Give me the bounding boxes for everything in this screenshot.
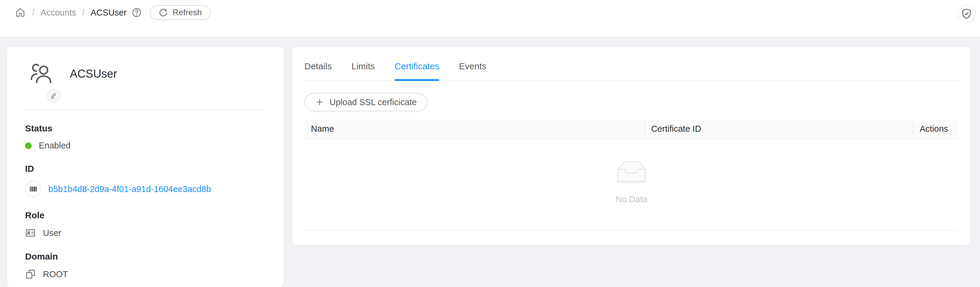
tab-limits[interactable]: Limits xyxy=(352,61,375,80)
account-info-card: ACSUser Status Enabled ID xyxy=(7,47,283,287)
divider xyxy=(25,110,266,110)
breadcrumb-separator: / xyxy=(32,8,35,18)
status-value: Enabled xyxy=(39,141,70,150)
empty-inbox-icon xyxy=(612,161,651,185)
status-row: Enabled xyxy=(25,141,266,150)
status-section: Status Enabled xyxy=(25,123,266,150)
profile-head: ACSUser xyxy=(25,62,266,86)
table-header-row: Name Certificate ID Actions xyxy=(304,119,959,139)
barcode-icon xyxy=(25,181,41,197)
certificates-table: Name Certificate ID Actions xyxy=(304,119,959,231)
refresh-button[interactable]: Refresh xyxy=(150,5,211,20)
tabs-bar: Details Limits Certificates Events xyxy=(304,47,959,81)
role-value: User xyxy=(43,228,61,238)
account-title: ACSUser xyxy=(70,67,117,80)
page: / Accounts / ACSUser Refresh xyxy=(0,0,980,287)
team-icon xyxy=(30,62,54,86)
shield-check-icon xyxy=(961,8,972,19)
upload-ssl-certificate-label: Upload SSL cerficicate xyxy=(329,97,417,107)
column-header-certificate-id: Certificate ID xyxy=(644,124,913,134)
domain-section: Domain ROOT xyxy=(25,252,266,279)
id-row: b5b1b4d8-2d9a-4f01-a91d-1604ee3acd8b xyxy=(25,181,266,197)
column-header-name: Name xyxy=(304,124,644,134)
domain-label: Domain xyxy=(25,252,266,261)
column-header-actions: Actions xyxy=(913,124,959,134)
account-id-link[interactable]: b5b1b4d8-2d9a-4f01-a91d-1604ee3acd8b xyxy=(48,184,211,194)
breadcrumb-accounts[interactable]: Accounts xyxy=(41,8,76,18)
breadcrumb: / Accounts / ACSUser Refresh xyxy=(14,5,980,20)
upload-ssl-certificate-button[interactable]: Upload SSL cerficicate xyxy=(304,93,427,112)
no-data-text: No Data xyxy=(616,195,647,204)
refresh-label: Refresh xyxy=(172,8,202,18)
home-icon[interactable] xyxy=(14,6,26,19)
domain-row: ROOT xyxy=(25,269,266,279)
domain-value: ROOT xyxy=(43,269,68,279)
id-section: ID b5b1b4d8-2d9a-4f01-a91d-1604ee3acd8b xyxy=(25,164,266,197)
edit-pencil-icon xyxy=(50,92,58,99)
idcard-icon xyxy=(25,228,36,238)
plus-icon xyxy=(315,98,324,107)
id-label: ID xyxy=(25,164,266,174)
block-icon xyxy=(25,269,36,279)
top-header: / Accounts / ACSUser Refresh xyxy=(0,0,980,37)
breadcrumb-separator: / xyxy=(82,8,84,18)
tab-events[interactable]: Events xyxy=(459,61,487,80)
tab-certificates[interactable]: Certificates xyxy=(395,61,439,80)
question-circle-icon[interactable] xyxy=(131,7,142,18)
empty-state: No Data xyxy=(304,139,959,231)
status-dot-icon xyxy=(25,142,32,149)
role-label: Role xyxy=(25,210,266,220)
role-row: User xyxy=(25,228,266,238)
account-detail-card: Details Limits Certificates Events Uploa… xyxy=(293,47,970,245)
role-section: Role User xyxy=(25,210,266,238)
edit-button[interactable] xyxy=(47,89,61,102)
tab-details[interactable]: Details xyxy=(304,61,332,80)
breadcrumb-current: ACSUser xyxy=(91,8,127,18)
shield-check-button[interactable] xyxy=(957,5,976,23)
reload-icon xyxy=(159,8,168,17)
status-label: Status xyxy=(25,123,266,134)
